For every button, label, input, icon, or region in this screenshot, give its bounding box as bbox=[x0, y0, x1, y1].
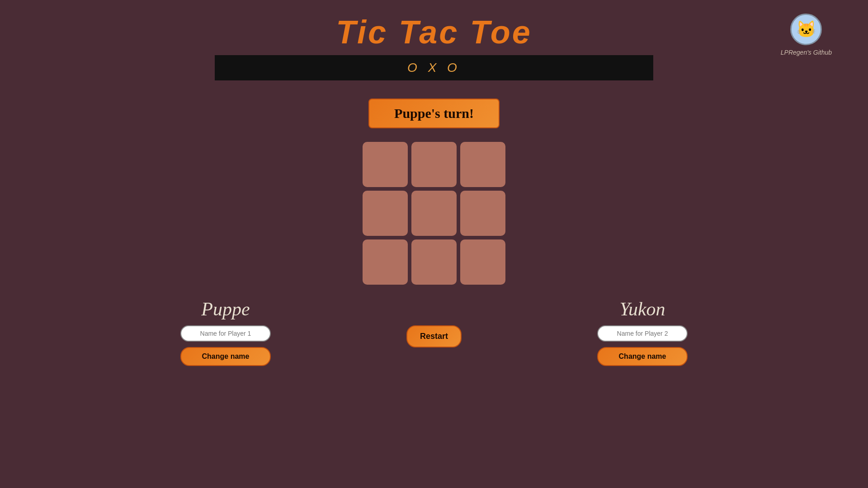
center-controls: Restart bbox=[406, 298, 462, 347]
cell-2[interactable] bbox=[460, 142, 505, 187]
page-title: Tic Tac Toe bbox=[0, 0, 868, 51]
subtitle-bar: O X O bbox=[215, 55, 653, 80]
cell-0[interactable] bbox=[363, 142, 408, 187]
game-board bbox=[363, 142, 505, 285]
player1-change-name-button[interactable]: Change name bbox=[180, 347, 271, 366]
cell-5[interactable] bbox=[460, 191, 505, 236]
github-link[interactable]: 🐱 LPRegen's Github bbox=[781, 14, 832, 56]
turn-message: Puppe's turn! bbox=[394, 106, 474, 121]
cell-4[interactable] bbox=[411, 191, 457, 236]
player1-panel: Puppe Change name bbox=[180, 298, 271, 366]
subtitle-text: O X O bbox=[407, 61, 461, 75]
player2-panel: Yukon Change name bbox=[597, 298, 688, 366]
player2-name-input[interactable] bbox=[597, 325, 688, 342]
restart-button[interactable]: Restart bbox=[406, 325, 462, 347]
player2-name: Yukon bbox=[619, 298, 665, 320]
cell-7[interactable] bbox=[411, 239, 457, 285]
player2-change-name-button[interactable]: Change name bbox=[597, 347, 688, 366]
github-label: LPRegen's Github bbox=[781, 49, 832, 56]
turn-banner: Puppe's turn! bbox=[368, 99, 500, 128]
cell-1[interactable] bbox=[411, 142, 457, 187]
github-icon: 🐱 bbox=[790, 14, 822, 45]
player1-name: Puppe bbox=[201, 298, 250, 320]
cell-6[interactable] bbox=[363, 239, 408, 285]
cell-3[interactable] bbox=[363, 191, 408, 236]
players-section: Puppe Change name Restart Yukon Change n… bbox=[0, 298, 868, 366]
player1-name-input[interactable] bbox=[180, 325, 271, 342]
cell-8[interactable] bbox=[460, 239, 505, 285]
